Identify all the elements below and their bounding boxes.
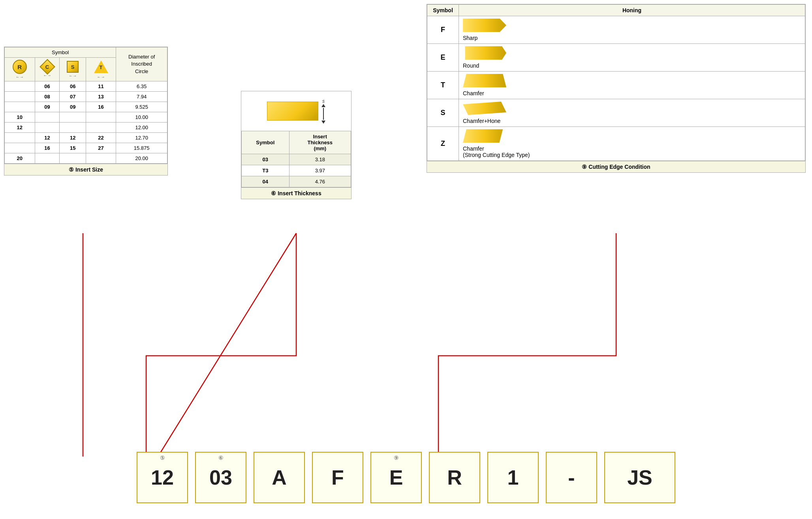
row1-dia: 6.35: [116, 81, 167, 92]
t-icon-wrap: T: [94, 60, 108, 74]
code-label-dash: -: [568, 466, 575, 489]
row2-t: 13: [86, 92, 116, 102]
row5-dia: 12.00: [116, 123, 167, 133]
cutting-edge-footer: ⑨ Cutting Edge Condition: [427, 161, 805, 172]
honing-chamfer-strong-shape: [463, 129, 506, 143]
symbol-header: Symbol: [5, 47, 116, 58]
code-label-03: 03: [209, 466, 232, 489]
code-box-1: 1: [487, 452, 539, 503]
code-box-a: A: [254, 452, 305, 503]
row3-s: 09: [60, 102, 86, 112]
row4-t: [86, 112, 116, 123]
ce-sym-z: Z: [427, 127, 459, 161]
ce-row-z: Z Chamfer(Strong Cutting Edge Type): [427, 127, 805, 161]
row1-t: 11: [86, 81, 116, 92]
table-row: 08 07 13 7.94: [5, 92, 167, 102]
code-box-r: R: [429, 452, 480, 503]
table-row: 12 12 22 12.70: [5, 133, 167, 143]
row2-s: 07: [60, 92, 86, 102]
row7-c: 16: [35, 143, 60, 153]
row3-t: 16: [86, 102, 116, 112]
row6-c: 12: [35, 133, 60, 143]
symbol-c-cell: C ←→: [35, 58, 60, 81]
ce-label-z: Chamfer(Strong Cutting Edge Type): [463, 145, 801, 158]
row4-r: 10: [5, 112, 35, 123]
table-row: 20 20.00: [5, 153, 167, 164]
ce-sym-s: S: [427, 99, 459, 127]
code-label-js: JS: [627, 466, 652, 489]
thickness-rect: [267, 102, 318, 121]
code-label-a: A: [272, 466, 287, 489]
code-box-12: ⑤ 12: [137, 452, 188, 503]
row5-r: 12: [5, 123, 35, 133]
code-sup-e: ⑨: [394, 455, 399, 461]
ce-label-s: Chamfer+Hone: [463, 118, 801, 124]
honing-chamfer-shape: [463, 74, 506, 87]
row5-t: [86, 123, 116, 133]
row4-dia: 10.00: [116, 112, 167, 123]
row7-dia: 15.875: [116, 143, 167, 153]
s-icon: S: [67, 61, 79, 73]
row2-c: 08: [35, 92, 60, 102]
row8-dia: 20.00: [116, 153, 167, 164]
ce-label-e: Round: [463, 62, 801, 69]
row6-s: 12: [60, 133, 86, 143]
thickness-row: T3 3.97: [242, 165, 351, 176]
ce-row-t: T Chamfer: [427, 72, 805, 99]
row3-r: [5, 102, 35, 112]
thickness-row: 03 3.18: [242, 154, 351, 165]
thickness-col-header: InsertThickness(mm): [289, 131, 351, 154]
ce-label-f: Sharp: [463, 35, 801, 41]
ce-honing-e: Round: [459, 44, 805, 72]
insert-size-table: Symbol Diameter ofInscribedCircle R ←→: [4, 47, 168, 176]
ce-honing-t: Chamfer: [459, 72, 805, 99]
ce-honing-s: Chamfer+Hone: [459, 99, 805, 127]
row3-dia: 9.525: [116, 102, 167, 112]
thickness-sym-3: 04: [242, 176, 289, 187]
code-box-f: F: [312, 452, 363, 503]
ce-honing-header: Honing: [459, 5, 805, 16]
thickness-symbol-header: Symbol: [242, 131, 289, 154]
thickness-sym-1: 03: [242, 154, 289, 165]
table-row: 10 10.00: [5, 112, 167, 123]
thickness-footer: ⑥ Insert Thickness: [241, 187, 351, 199]
main-container: Symbol Diameter ofInscribedCircle R ←→: [0, 0, 812, 519]
code-label-1: 1: [508, 466, 519, 489]
ce-label-t: Chamfer: [463, 90, 801, 96]
thickness-val-3: 4.76: [289, 176, 351, 187]
ce-sym-e: E: [427, 44, 459, 72]
row1-s: 06: [60, 81, 86, 92]
row5-s: [60, 123, 86, 133]
ce-row-e: E Round: [427, 44, 805, 72]
honing-round-shape: [463, 46, 506, 60]
table-row: 06 06 11 6.35: [5, 81, 167, 92]
svg-line-1: [158, 233, 296, 457]
symbol-s-cell: S ←→: [60, 58, 86, 81]
table-row: 16 15 27 15.875: [5, 143, 167, 153]
row8-s: [60, 153, 86, 164]
insert-thickness-table: s Symbol InsertThickness(mm) 03 3.18: [241, 91, 351, 199]
cutting-edge-table: Symbol Honing F Sharp E: [427, 4, 806, 173]
t-letter: T: [100, 64, 103, 70]
row8-c: [35, 153, 60, 164]
s-arrow: ←→: [69, 74, 77, 78]
row6-t: 22: [86, 133, 116, 143]
thickness-row: 04 4.76: [242, 176, 351, 187]
row6-r: [5, 133, 35, 143]
thickness-sym-2: T3: [242, 165, 289, 176]
insert-size-footer: ⑤ Insert Size: [4, 164, 167, 175]
ce-symbol-header: Symbol: [427, 5, 459, 16]
c-icon: C: [39, 59, 55, 75]
row7-r: [5, 143, 35, 153]
code-box-js: JS: [604, 452, 675, 503]
symbol-t-cell: T ←→: [86, 58, 116, 81]
table-row: 09 09 16 9.525: [5, 102, 167, 112]
row3-c: 09: [35, 102, 60, 112]
ce-sym-t: T: [427, 72, 459, 99]
ce-honing-z: Chamfer(Strong Cutting Edge Type): [459, 127, 805, 161]
row8-t: [86, 153, 116, 164]
row5-c: [35, 123, 60, 133]
row7-s: 15: [60, 143, 86, 153]
code-label-f: F: [331, 466, 344, 489]
table-row: 12 12.00: [5, 123, 167, 133]
